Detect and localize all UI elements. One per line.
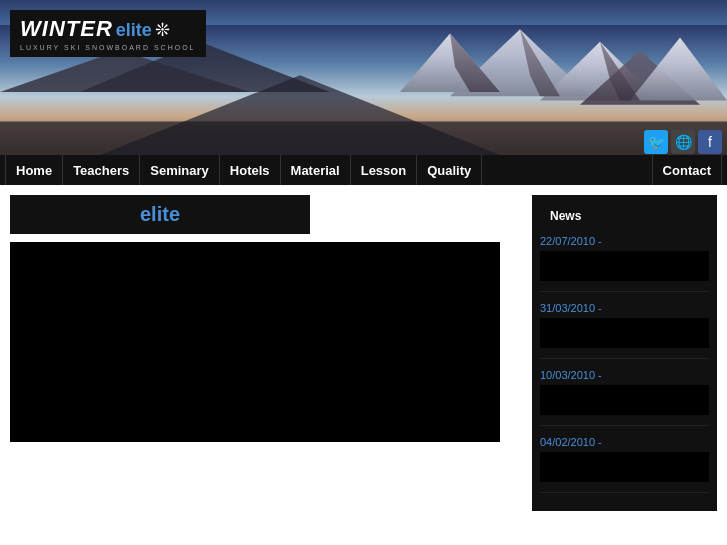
logo-winter-text: WINTER [20, 16, 113, 42]
news-thumb-1 [540, 251, 709, 281]
nav-home[interactable]: Home [5, 155, 63, 185]
social-icons-group: 🐦 🌐 f [644, 130, 722, 154]
twitter-icon[interactable]: 🐦 [644, 130, 668, 154]
news-thumb-2 [540, 318, 709, 348]
logo-elite-text: elite [116, 20, 152, 41]
nav-quality[interactable]: Quality [417, 155, 482, 185]
snowflake-icon: ❊ [155, 19, 170, 41]
news-thumb-4 [540, 452, 709, 482]
main-content: elite News 22/07/2010 - 31/03/2010 - 10/… [0, 185, 727, 521]
nav-teachers[interactable]: Teachers [63, 155, 140, 185]
video-embed[interactable] [10, 242, 500, 442]
nav-lesson[interactable]: Lesson [351, 155, 418, 185]
logo[interactable]: WINTER elite ❊ LUXURY SKI SNOWBOARD SCHO… [10, 10, 206, 57]
news-date-3: 10/03/2010 - [540, 369, 709, 426]
news-date-1: 22/07/2010 - [540, 235, 709, 292]
news-date-link-3[interactable]: 10/03/2010 - [540, 369, 709, 381]
navbar: Home Teachers Seminary Hotels Material L… [0, 155, 727, 185]
news-date-link-2[interactable]: 31/03/2010 - [540, 302, 709, 314]
globe-icon[interactable]: 🌐 [671, 130, 695, 154]
svg-rect-12 [0, 121, 727, 155]
facebook-icon[interactable]: f [698, 130, 722, 154]
news-date-2: 31/03/2010 - [540, 302, 709, 359]
nav-contact[interactable]: Contact [652, 155, 722, 185]
nav-hotels[interactable]: Hotels [220, 155, 281, 185]
news-date-link-1[interactable]: 22/07/2010 - [540, 235, 709, 247]
news-thumb-3 [540, 385, 709, 415]
news-date-4: 04/02/2010 - [540, 436, 709, 493]
header: WINTER elite ❊ LUXURY SKI SNOWBOARD SCHO… [0, 0, 727, 155]
nav-seminary[interactable]: Seminary [140, 155, 220, 185]
news-date-link-4[interactable]: 04/02/2010 - [540, 436, 709, 448]
news-panel: News 22/07/2010 - 31/03/2010 - 10/03/201… [532, 195, 717, 511]
left-column: elite [10, 195, 522, 511]
logo-subtitle: LUXURY SKI SNOWBOARD SCHOOL [20, 44, 196, 51]
news-header: News [540, 203, 709, 229]
elite-header: elite [10, 195, 310, 234]
right-column: News 22/07/2010 - 31/03/2010 - 10/03/201… [532, 195, 717, 511]
nav-material[interactable]: Material [281, 155, 351, 185]
